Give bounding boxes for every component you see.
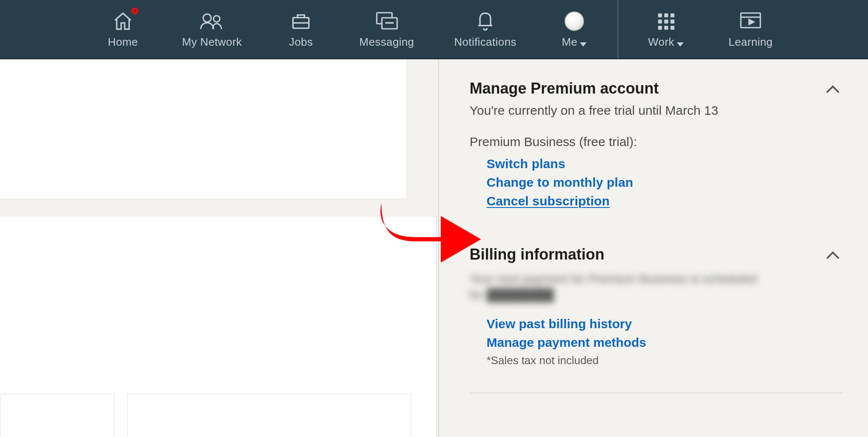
nav-jobs[interactable]: Jobs bbox=[263, 0, 339, 58]
svg-marker-15 bbox=[749, 19, 754, 25]
svg-rect-5 bbox=[658, 13, 662, 17]
nav-jobs-label: Jobs bbox=[289, 36, 313, 49]
billing-links: View past billing history Manage payment… bbox=[470, 317, 843, 350]
collapse-billing-toggle[interactable] bbox=[826, 247, 841, 263]
caret-down-icon bbox=[677, 42, 684, 47]
nav-divider bbox=[618, 0, 618, 58]
nav-work-label: Work bbox=[648, 36, 684, 49]
svg-rect-6 bbox=[664, 13, 668, 17]
change-monthly-link[interactable]: Change to monthly plan bbox=[487, 175, 843, 190]
svg-rect-8 bbox=[658, 19, 662, 23]
billing-blurred-text: Your next payment for Premium Business i… bbox=[470, 271, 758, 301]
small-card-2 bbox=[127, 394, 411, 437]
briefcase-icon bbox=[289, 10, 312, 32]
caret-down-icon bbox=[580, 42, 587, 47]
nav-messaging[interactable]: Messaging bbox=[339, 0, 434, 58]
billing-history-link[interactable]: View past billing history bbox=[470, 317, 843, 331]
nav-home-label: Home bbox=[108, 36, 138, 49]
premium-title: Manage Premium account bbox=[470, 80, 843, 97]
svg-rect-13 bbox=[670, 26, 674, 30]
nav-me-label: Me bbox=[562, 36, 587, 49]
nav-messaging-label: Messaging bbox=[359, 36, 414, 49]
home-icon bbox=[112, 10, 134, 32]
billing-title: Billing information bbox=[470, 246, 843, 263]
svg-rect-9 bbox=[664, 19, 668, 23]
nav-learning-label: Learning bbox=[729, 36, 773, 49]
tax-note: *Sales tax not included bbox=[470, 354, 843, 367]
settings-right-panel: Manage Premium account You're currently … bbox=[438, 59, 868, 437]
nav-notifications-label: Notifications bbox=[454, 36, 517, 49]
section-divider bbox=[470, 393, 843, 393]
svg-rect-7 bbox=[670, 13, 674, 17]
avatar-icon bbox=[565, 10, 584, 32]
switch-plans-link[interactable]: Switch plans bbox=[487, 157, 843, 171]
small-card-1 bbox=[0, 394, 114, 437]
svg-rect-10 bbox=[670, 19, 674, 23]
grid-icon bbox=[657, 10, 675, 32]
notification-badge bbox=[131, 8, 138, 14]
plan-label: Premium Business (free trial): bbox=[470, 135, 843, 149]
cancel-subscription-link[interactable]: Cancel subscription bbox=[487, 194, 843, 208]
premium-links: Switch plans Change to monthly plan Canc… bbox=[470, 157, 843, 208]
top-nav: Home My Network Jobs Messaging Notificat… bbox=[0, 0, 868, 59]
premium-section: Manage Premium account You're currently … bbox=[470, 80, 843, 208]
svg-rect-11 bbox=[658, 26, 662, 30]
nav-network-label: My Network bbox=[182, 36, 242, 49]
nav-notifications[interactable]: Notifications bbox=[434, 0, 536, 58]
payment-methods-link[interactable]: Manage payment methods bbox=[470, 335, 843, 350]
premium-subtitle: You're currently on a free trial until M… bbox=[470, 103, 843, 118]
nav-network[interactable]: My Network bbox=[161, 0, 263, 58]
bell-icon bbox=[475, 10, 496, 32]
svg-point-0 bbox=[203, 14, 211, 22]
svg-rect-12 bbox=[664, 26, 668, 30]
collapse-premium-toggle[interactable] bbox=[826, 81, 841, 97]
network-icon bbox=[199, 10, 225, 32]
svg-point-1 bbox=[214, 15, 220, 22]
nav-work[interactable]: Work bbox=[623, 0, 708, 58]
left-card-top bbox=[0, 59, 407, 199]
messaging-icon bbox=[375, 10, 399, 32]
learning-icon bbox=[739, 10, 762, 32]
nav-learning[interactable]: Learning bbox=[708, 0, 793, 58]
content-area: Manage Premium account You're currently … bbox=[0, 59, 868, 437]
nav-home[interactable]: Home bbox=[85, 0, 161, 58]
billing-section: Billing information Your next payment fo… bbox=[470, 246, 843, 393]
nav-me[interactable]: Me bbox=[536, 0, 612, 58]
